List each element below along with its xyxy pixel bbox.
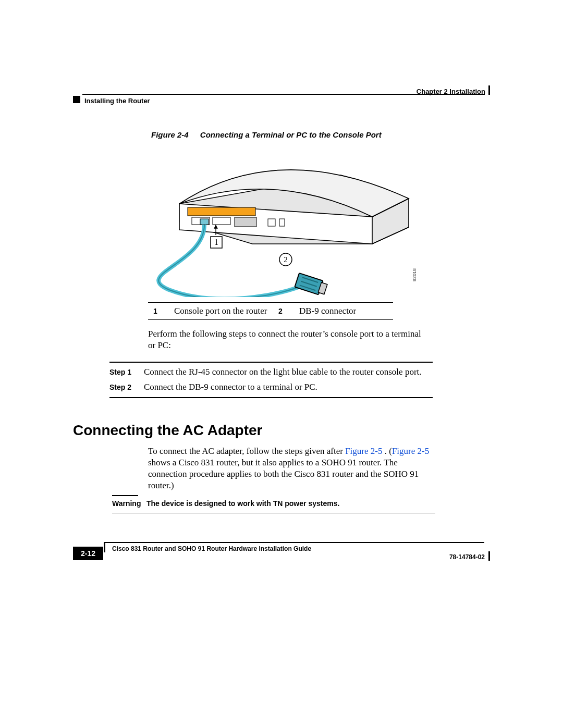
page: Chapter 2 Installation Installing the Ro… xyxy=(0,0,563,728)
footer-vbar-left xyxy=(104,543,105,552)
ac-pre: To connect the AC adapter, follow the st… xyxy=(148,446,345,456)
step-row-1: Step 1 Connect the RJ-45 connector on th… xyxy=(109,366,433,378)
svg-rect-7 xyxy=(200,219,209,225)
step-label-1: Step 1 xyxy=(109,368,144,376)
footer-rule xyxy=(104,542,484,543)
footer-title: Cisco 831 Router and SOHO 91 Router Hard… xyxy=(112,545,311,552)
caution-rule-bottom xyxy=(112,513,435,514)
caution-text: The device is designed to work with TN p… xyxy=(146,499,435,508)
page-number: 2-12 xyxy=(73,547,103,560)
figure-title: Connecting a Terminal or PC to the Conso… xyxy=(200,130,382,139)
steps-rule-bottom xyxy=(109,397,433,398)
caution-block: Warning The device is designed to work w… xyxy=(112,495,435,516)
steps-block: Step 1 Connect the RJ-45 connector on th… xyxy=(109,362,433,398)
figure-caption: Figure 2-4 Connecting a Terminal or PC t… xyxy=(151,130,382,139)
header-section: Installing the Router xyxy=(84,97,150,105)
figure-link-1[interactable]: Figure 2-5 xyxy=(345,446,382,456)
caution-label: Warning xyxy=(112,499,146,508)
steps-rule-top xyxy=(109,362,433,363)
step-row-2: Step 2 Connect the DB-9 connector to a t… xyxy=(109,381,433,393)
step-text-1: Connect the RJ-45 connector on the light… xyxy=(144,366,433,378)
table-row: 1 Console port on the router 2 DB-9 conn… xyxy=(148,303,393,320)
callout-text-1: Console port on the router xyxy=(169,303,273,320)
step-label-2: Step 2 xyxy=(109,383,144,391)
figure-link-2[interactable]: Figure 2-5 xyxy=(392,446,429,456)
callout-num-1: 1 xyxy=(148,303,169,320)
body-intro: Perform the following steps to connect t… xyxy=(148,328,430,351)
callout-num-2: 2 xyxy=(273,303,294,320)
header-vbar-right xyxy=(488,85,490,95)
svg-rect-8 xyxy=(235,217,256,227)
section-heading: Connecting the AC Adapter xyxy=(73,422,262,439)
figure-illustration: 1 2 xyxy=(148,144,419,297)
caution-rule-top xyxy=(112,495,138,496)
header-bullet-icon xyxy=(73,96,80,103)
svg-rect-4 xyxy=(188,207,255,216)
ac-adapter-text: To connect the AC adapter, follow the st… xyxy=(148,446,430,491)
svg-text:1: 1 xyxy=(214,238,218,246)
header-chapter: Chapter 2 Installation xyxy=(417,88,485,95)
svg-text:2: 2 xyxy=(284,255,288,264)
footer-vbar-right xyxy=(488,551,490,561)
step-text-2: Connect the DB-9 connector to a terminal… xyxy=(144,381,433,393)
footer-docno: 78-14784-02 xyxy=(449,553,485,561)
figure-callout-table: 1 Console port on the router 2 DB-9 conn… xyxy=(148,302,393,320)
ac-post: shows a Cisco 831 router, but it also ap… xyxy=(148,458,419,490)
ac-mid: . ( xyxy=(385,446,392,456)
figure-label: Figure 2-4 xyxy=(151,130,189,139)
figure-illustration-id: 82018 xyxy=(412,268,417,281)
callout-text-2: DB-9 connector xyxy=(294,303,393,320)
